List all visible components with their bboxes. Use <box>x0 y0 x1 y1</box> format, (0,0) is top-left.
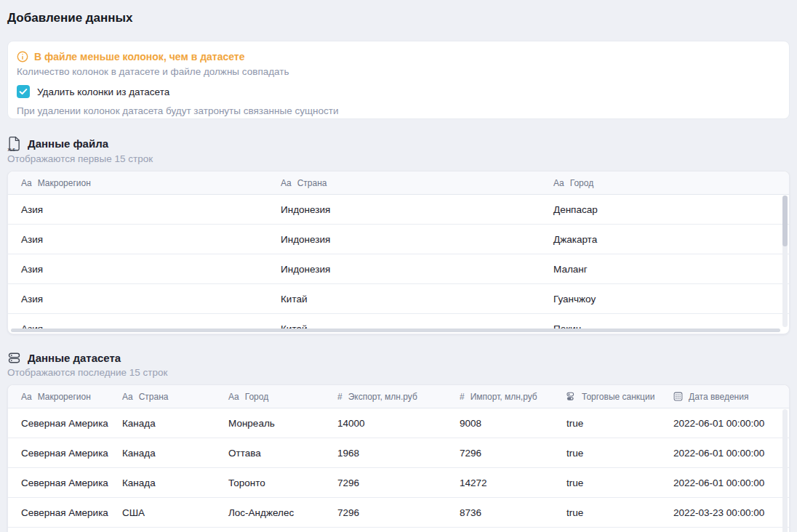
table-cell: Монреаль <box>215 408 324 438</box>
vertical-scrollbar[interactable] <box>782 196 788 327</box>
file-table-header-row: AaМакрорегионAaСтранаAaГород <box>8 172 789 195</box>
table-row: АзияИндонезияДенпасар <box>8 195 789 225</box>
column-header: AaГород <box>540 178 789 188</box>
warning-card: В файле меньше колонок, чем в датасете К… <box>7 41 790 119</box>
text-type-icon: Aa <box>281 178 292 188</box>
dataset-table-body: Северная АмерикаКанадаМонреаль140009008t… <box>8 408 789 528</box>
warning-title-row: В файле меньше колонок, чем в датасете <box>17 51 777 63</box>
file-section-header: XLS Данные файла <box>7 136 790 151</box>
dataset-icon <box>7 351 21 365</box>
table-cell: Северная Америка <box>8 408 109 438</box>
table-cell: 9008 <box>446 408 553 438</box>
table-cell: 14272 <box>446 468 553 497</box>
table-cell: 7296 <box>324 498 446 527</box>
table-cell: 14000 <box>324 408 446 438</box>
table-cell: Маланг <box>540 254 789 283</box>
column-label: Торговые санкции <box>582 392 654 402</box>
table-cell: Северная Америка <box>8 468 109 497</box>
column-label: Город <box>245 392 268 402</box>
text-type-icon: Aa <box>228 392 239 402</box>
column-header: Дата введения <box>660 392 789 402</box>
file-data-table: AaМакрорегионAaСтранаAaГород АзияИндонез… <box>7 171 790 334</box>
text-type-icon: Aa <box>553 178 564 188</box>
column-label: Импорт, млн,руб <box>470 392 537 402</box>
horizontal-scrollbar[interactable] <box>11 329 780 332</box>
dataset-data-table: AaМакрорегионAaСтранаAaГород#Экспорт, мл… <box>7 384 790 532</box>
column-header: #Импорт, млн,руб <box>446 392 553 402</box>
table-row: Северная АмерикаКанадаМонреаль140009008t… <box>8 408 789 438</box>
table-row: Северная АмерикаКанадаОттава19687296true… <box>8 438 789 468</box>
boolean-type-icon <box>566 392 576 401</box>
column-header: Торговые санкции <box>553 392 660 402</box>
table-cell: США <box>109 498 215 527</box>
page: Добавление данных В файле меньше колонок… <box>0 0 797 532</box>
warning-title: В файле меньше колонок, чем в датасете <box>34 51 244 63</box>
table-cell: Торонто <box>215 468 324 497</box>
table-cell: true <box>553 498 660 527</box>
table-cell: Индонезия <box>268 195 540 224</box>
dataset-section-header: Данные датасета <box>7 351 790 365</box>
table-cell: Северная Америка <box>8 498 109 527</box>
table-row: АзияИндонезияМаланг <box>8 254 789 284</box>
table-cell: Индонезия <box>268 254 540 283</box>
table-cell: Северная Америка <box>8 438 109 467</box>
info-icon <box>17 51 28 63</box>
column-header: #Экспорт, млн.руб <box>324 392 446 402</box>
table-cell: Джакарта <box>540 225 789 254</box>
svg-text:XLS: XLS <box>7 148 15 151</box>
warning-subtitle: Количество колонок в датасете и файле до… <box>17 66 777 77</box>
delete-columns-checkbox[interactable] <box>17 85 30 98</box>
table-cell: 1968 <box>324 438 446 467</box>
table-row: Северная АмерикаСШАЛос-Анджелес72968736t… <box>8 498 789 528</box>
xls-file-icon: XLS <box>7 136 21 151</box>
date-type-icon <box>673 392 683 401</box>
table-cell: 2022-06-01 00:00:00 <box>660 408 789 438</box>
column-label: Экспорт, млн.руб <box>348 392 417 402</box>
table-cell: Азия <box>8 284 268 313</box>
check-icon <box>19 88 28 95</box>
column-header: AaМакрорегион <box>8 178 268 188</box>
table-cell: Канада <box>109 438 215 467</box>
dataset-section-title: Данные датасета <box>28 352 121 364</box>
column-label: Страна <box>297 178 327 188</box>
table-cell: 2022-06-01 00:00:00 <box>660 468 789 497</box>
text-type-icon: Aa <box>21 178 32 188</box>
column-header: AaМакрорегион <box>8 392 109 402</box>
file-table-body: АзияИндонезияДенпасарАзияИндонезияДжакар… <box>8 195 789 334</box>
table-cell: Китай <box>268 284 540 313</box>
table-cell: true <box>553 468 660 497</box>
dataset-section-subtitle: Отображаются последние 15 строк <box>7 367 790 378</box>
table-cell: 7296 <box>446 438 553 467</box>
table-row: Северная АмерикаКанадаТоронто729614272tr… <box>8 468 789 498</box>
table-cell: Канада <box>109 468 215 497</box>
column-header: AaСтрана <box>109 392 215 402</box>
table-cell: Азия <box>8 225 268 254</box>
text-type-icon: Aa <box>21 392 32 402</box>
table-cell: 7296 <box>324 468 446 497</box>
checkbox-row: Удалить колонки из датасета <box>17 85 777 98</box>
table-cell: Азия <box>8 254 268 283</box>
table-cell: Гуанчжоу <box>540 284 789 313</box>
warning-note: При удалении колонок датасета будут затр… <box>17 105 777 116</box>
table-cell: 2022-06-01 00:00:00 <box>660 438 789 467</box>
number-type-icon: # <box>460 392 465 402</box>
table-cell: true <box>553 408 660 438</box>
text-type-icon: Aa <box>122 392 133 402</box>
vertical-scrollbar[interactable] <box>782 409 788 532</box>
number-type-icon: # <box>337 392 343 402</box>
table-cell: Лос-Анджелес <box>215 498 324 527</box>
column-label: Дата введения <box>689 392 748 402</box>
file-section-title: Данные файла <box>28 137 108 150</box>
vertical-scrollbar-thumb[interactable] <box>782 196 788 246</box>
checkbox-label: Удалить колонки из датасета <box>37 86 169 97</box>
table-cell: Индонезия <box>268 225 540 254</box>
page-title: Добавление данных <box>7 0 790 25</box>
file-section-subtitle: Отображаются первые 15 строк <box>7 153 790 164</box>
column-header: AaСтрана <box>268 178 540 188</box>
column-label: Макрорегион <box>38 392 91 402</box>
column-header: AaГород <box>215 392 324 402</box>
table-cell: true <box>553 438 660 467</box>
dataset-table-header-row: AaМакрорегионAaСтранаAaГород#Экспорт, мл… <box>8 385 789 408</box>
table-cell: Денпасар <box>540 195 789 224</box>
table-row: АзияКитайГуанчжоу <box>8 284 789 314</box>
